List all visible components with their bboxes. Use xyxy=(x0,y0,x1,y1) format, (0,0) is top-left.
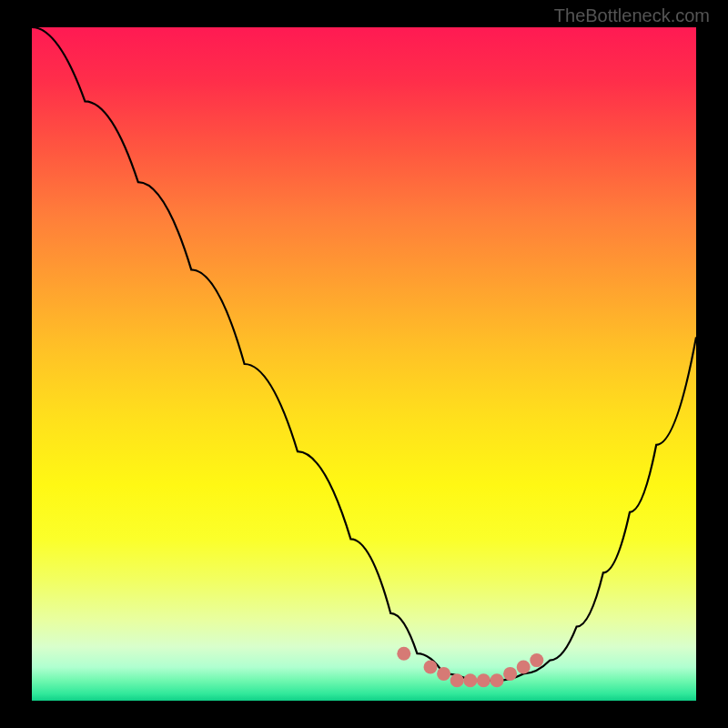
optimal-dot xyxy=(463,673,477,687)
optimal-dot xyxy=(477,673,490,687)
optimal-dot xyxy=(437,667,450,681)
optimal-dot xyxy=(503,667,517,681)
plot-area xyxy=(32,27,696,701)
optimal-dot xyxy=(450,673,464,687)
optimal-dot xyxy=(397,647,410,661)
optimal-dot xyxy=(517,661,531,674)
optimal-dot xyxy=(490,673,504,687)
optimal-dot xyxy=(424,661,438,674)
optimal-dot xyxy=(530,653,543,667)
bottleneck-curve xyxy=(32,27,696,701)
watermark-text: TheBottleneck.com xyxy=(554,5,710,26)
